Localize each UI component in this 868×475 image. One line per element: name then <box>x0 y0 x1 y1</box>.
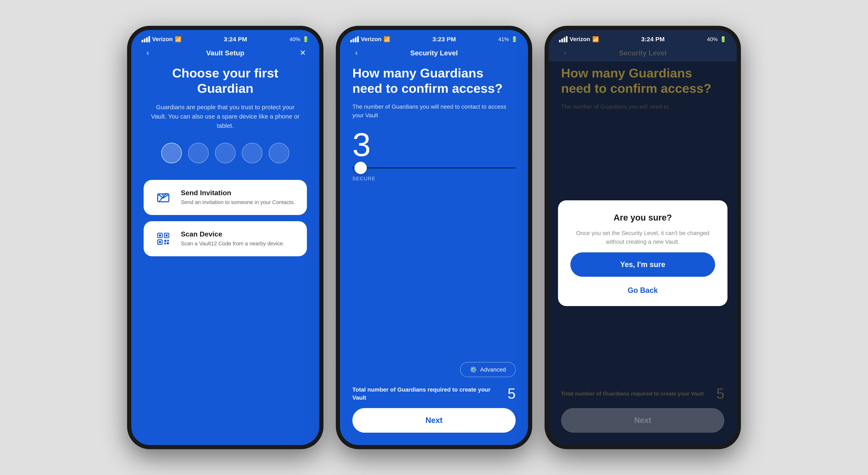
battery-icon-3: 🔋 <box>720 36 726 42</box>
vault-setup-title: Choose your first Guardian <box>144 65 307 96</box>
carrier-2: Verizon 📶 <box>350 36 390 42</box>
security-dark-content: How many Guardians need to confirm acces… <box>549 61 737 445</box>
svg-rect-12 <box>167 242 169 244</box>
nav-title-2: Security Level <box>363 49 505 57</box>
scan-device-title: Scan Device <box>181 230 284 238</box>
svg-rect-6 <box>165 234 167 236</box>
back-button-2[interactable]: ‹ <box>350 48 363 57</box>
total-guardians-row: Total number of Guardians required to cr… <box>352 385 516 402</box>
wifi-icon-1: 📶 <box>175 36 182 42</box>
send-invitation-desc: Send an invitation to someone in your Co… <box>181 199 295 206</box>
slider-thumb[interactable] <box>354 162 367 174</box>
avatar-2 <box>188 143 209 163</box>
advanced-label: Advanced <box>480 366 506 373</box>
send-invitation-icon <box>154 188 173 207</box>
scan-device-icon <box>154 230 173 248</box>
time-1: 3:24 PM <box>224 36 247 43</box>
svg-rect-11 <box>164 243 166 244</box>
wifi-icon-2: 📶 <box>383 36 390 42</box>
screen-security-level: Verizon 📶 3:23 PM 41% 🔋 ‹ Security Level… <box>340 30 528 445</box>
screen-security-modal: Verizon 📶 3:24 PM 40% 🔋 ‹ Security Level… <box>549 30 737 445</box>
security-subtitle: The number of Guardians you will need to… <box>352 102 516 120</box>
send-invitation-title: Send Invitation <box>181 189 295 197</box>
signal-icon-1 <box>142 36 150 42</box>
svg-rect-10 <box>167 240 169 241</box>
slider-label: SECURE <box>352 176 516 181</box>
phone-2: Verizon 📶 3:23 PM 41% 🔋 ‹ Security Level… <box>336 26 532 449</box>
total-guardians-label: Total number of Guardians required to cr… <box>352 385 507 402</box>
battery-1: 40% <box>289 36 300 42</box>
battery-3: 40% <box>707 36 718 42</box>
svg-rect-9 <box>164 240 166 242</box>
phone-1: Verizon 📶 3:24 PM 40% 🔋 ‹ Vault Setup ✕ … <box>127 26 323 449</box>
scan-device-card[interactable]: Scan Device Scan a Vault12 Code from a n… <box>144 221 307 256</box>
security-level-content: How many Guardians need to confirm acces… <box>340 61 528 445</box>
time-2: 3:23 PM <box>433 36 456 43</box>
modal-description: Once you set the Security Level, it can'… <box>570 229 715 246</box>
battery-icon-2: 🔋 <box>511 36 518 42</box>
scan-device-desc: Scan a Vault12 Code from a nearby device… <box>181 240 284 247</box>
avatar-1 <box>161 143 182 163</box>
phone-3: Verizon 📶 3:24 PM 40% 🔋 ‹ Security Level… <box>545 26 741 449</box>
close-button-1[interactable]: ✕ <box>297 48 309 57</box>
go-back-button[interactable]: Go Back <box>624 283 661 298</box>
wifi-icon-3: 📶 <box>592 36 599 42</box>
back-button-1[interactable]: ‹ <box>142 48 154 57</box>
security-title: How many Guardians need to confirm acces… <box>352 65 516 96</box>
signal-icon-2 <box>350 36 359 42</box>
confirmation-modal-overlay: Are you sure? Once you set the Security … <box>549 61 737 445</box>
avatar-3 <box>215 143 236 163</box>
guardian-count: 3 <box>352 128 516 161</box>
advanced-button[interactable]: ⚙️ Advanced <box>460 362 516 377</box>
avatar-4 <box>242 143 262 163</box>
battery-2: 41% <box>498 36 509 42</box>
modal-title: Are you sure? <box>614 213 672 223</box>
battery-icon-1: 🔋 <box>302 36 309 42</box>
guardian-avatars <box>161 143 289 163</box>
confirm-button[interactable]: Yes, I'm sure <box>570 252 715 277</box>
vault-setup-subtitle: Guardians are people that you trust to p… <box>144 102 307 130</box>
svg-rect-4 <box>159 234 161 236</box>
screen-vault-setup: Verizon 📶 3:24 PM 40% 🔋 ‹ Vault Setup ✕ … <box>131 30 319 445</box>
gear-icon: ⚙️ <box>470 366 477 373</box>
back-button-3[interactable]: ‹ <box>559 48 571 57</box>
next-button-2[interactable]: Next <box>352 408 516 433</box>
guardian-slider[interactable] <box>352 167 516 169</box>
signal-icon-3 <box>559 36 567 42</box>
time-3: 3:24 PM <box>641 36 664 43</box>
confirmation-modal: Are you sure? Once you set the Security … <box>558 200 727 306</box>
carrier-3: Verizon 📶 <box>559 36 599 42</box>
nav-title-1: Vault Setup <box>154 49 297 57</box>
send-invitation-card[interactable]: Send Invitation Send an invitation to so… <box>144 180 307 215</box>
avatar-5 <box>269 143 289 163</box>
svg-rect-8 <box>159 241 161 243</box>
carrier-1: Verizon 📶 <box>142 36 182 42</box>
nav-title-3: Security Level <box>571 49 714 57</box>
total-guardians-number: 5 <box>507 385 516 402</box>
vault-setup-content: Choose your first Guardian Guardians are… <box>131 61 319 445</box>
